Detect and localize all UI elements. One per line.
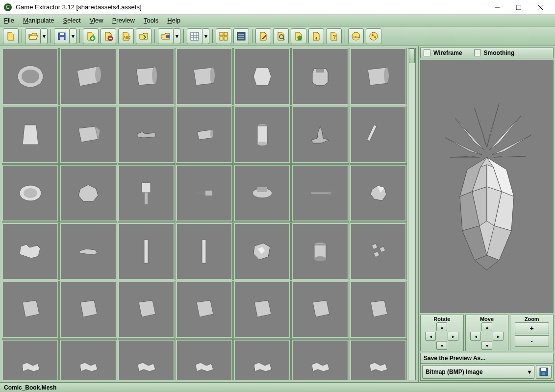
thumbnail-item[interactable] — [2, 165, 58, 221]
thumbnail-item[interactable] — [176, 106, 232, 163]
minimize-button[interactable] — [486, 0, 508, 15]
save-button[interactable] — [54, 28, 70, 44]
rotate-left-button[interactable]: ◂ — [425, 332, 436, 341]
thumbnail-item[interactable] — [2, 281, 58, 338]
scrollbar-thumb[interactable] — [409, 49, 415, 63]
thumbnail-item[interactable] — [234, 165, 290, 221]
view-dropdown[interactable]: ▾ — [202, 28, 209, 44]
add-file-button[interactable] — [83, 28, 99, 44]
help-button[interactable]: ? — [326, 28, 342, 44]
move-right-button[interactable]: ▸ — [493, 332, 504, 341]
menu-help[interactable]: Help — [167, 17, 180, 24]
settings-button[interactable] — [291, 28, 306, 44]
tiles-view-button[interactable] — [216, 28, 231, 44]
menu-preview[interactable]: Preview — [112, 17, 135, 24]
thumbnail-item[interactable] — [118, 281, 175, 338]
remove-file-button[interactable] — [101, 28, 116, 44]
move-left-button[interactable]: ◂ — [470, 332, 481, 341]
thumbnail-item[interactable] — [2, 223, 58, 280]
thumbnail-item[interactable] — [60, 106, 116, 163]
thumbnail-item[interactable] — [60, 48, 116, 105]
thumbnail-item[interactable] — [60, 281, 116, 338]
open-file-button[interactable] — [25, 28, 41, 44]
thumbnail-item[interactable] — [292, 48, 348, 105]
thumbnail-item[interactable] — [234, 281, 290, 338]
thumbnail-item[interactable] — [350, 48, 406, 105]
menu-tools[interactable]: Tools — [144, 17, 158, 24]
thumbnail-item[interactable] — [2, 48, 58, 105]
thumbnail-scrollbar[interactable] — [408, 48, 416, 380]
thumbnail-item[interactable] — [176, 48, 232, 105]
smoothing-checkbox[interactable]: Smoothing — [474, 49, 515, 56]
svg-point-40 — [210, 68, 215, 83]
menu-select[interactable]: Select — [63, 17, 81, 24]
thumbnail-item[interactable] — [292, 223, 348, 280]
rotate-controls: Rotate ▴ ◂▸ ▾ — [420, 315, 464, 351]
wireframe-checkbox[interactable]: Wireframe — [424, 49, 462, 56]
export-dropdown[interactable]: ▾ — [174, 28, 180, 44]
thumbnail-item[interactable] — [350, 281, 406, 338]
abc-tool-button[interactable]: ABC — [348, 28, 364, 44]
thumbnail-item[interactable] — [234, 48, 290, 105]
thumbnail-item[interactable] — [350, 165, 406, 221]
thumbnail-item[interactable] — [176, 165, 232, 221]
rotate-right-button[interactable]: ▸ — [448, 332, 458, 341]
thumbnail-item[interactable] — [234, 106, 290, 163]
save-preview-section: Save the Preview As... Bitmap (BMP) Imag… — [420, 353, 554, 381]
save-preview-button[interactable] — [536, 365, 552, 379]
thumbnail-item[interactable] — [118, 106, 175, 163]
menu-view[interactable]: View — [90, 17, 103, 24]
save-format-select[interactable]: Bitmap (BMP) Image ▾ — [422, 365, 534, 379]
rotate-up-button[interactable]: ▴ — [436, 322, 447, 331]
thumbnail-item[interactable] — [2, 106, 58, 163]
svg-rect-52 — [257, 187, 267, 192]
thumbnail-item[interactable] — [118, 340, 175, 380]
mesh-icon — [248, 62, 277, 91]
table-view-button[interactable] — [187, 28, 202, 44]
custom-tool-button[interactable] — [366, 28, 381, 44]
thumbnail-item[interactable] — [292, 165, 348, 221]
thumbnail-item[interactable] — [292, 106, 348, 163]
thumbnail-item[interactable] — [176, 281, 232, 338]
new-file-button[interactable] — [3, 28, 19, 44]
thumbnail-item[interactable] — [118, 48, 175, 105]
thumbnail-item[interactable] — [350, 106, 406, 163]
thumbnail-item[interactable] — [292, 340, 348, 380]
list-view-button[interactable] — [233, 28, 249, 44]
zoom-in-button[interactable]: + — [515, 322, 549, 334]
move-down-button[interactable]: ▾ — [481, 341, 492, 350]
open-dropdown[interactable]: ▾ — [41, 28, 48, 44]
zoom-out-button[interactable]: - — [515, 335, 549, 347]
move-up-button[interactable]: ▴ — [481, 322, 492, 331]
thumbnail-item[interactable] — [60, 165, 116, 221]
thumbnail-item[interactable] — [176, 223, 232, 280]
search-button[interactable] — [273, 28, 289, 44]
thumbnail-item[interactable] — [2, 340, 58, 380]
thumbnail-item[interactable] — [60, 340, 116, 380]
scripts-button[interactable] — [308, 28, 324, 44]
save-format-label: Bitmap (BMP) Image — [426, 368, 483, 375]
rotate-down-button[interactable]: ▾ — [436, 341, 447, 350]
thumbnail-item[interactable] — [350, 223, 406, 280]
thumbnail-item[interactable] — [234, 340, 290, 380]
separator — [345, 29, 345, 43]
menu-file[interactable]: File — [4, 17, 14, 24]
thumbnail-item[interactable] — [118, 223, 175, 280]
mesh-icon — [250, 120, 275, 149]
maximize-button[interactable] — [508, 0, 530, 15]
export-button[interactable] — [136, 28, 151, 44]
thumbnail-item[interactable] — [60, 223, 116, 280]
thumbnail-item[interactable] — [118, 165, 175, 221]
menu-manipulate[interactable]: Manipulate — [23, 17, 54, 24]
thumbnail-item[interactable] — [234, 223, 290, 280]
save-dropdown[interactable]: ▾ — [70, 28, 76, 44]
thumbnail-item[interactable] — [292, 281, 348, 338]
rename-button[interactable]: ABC — [118, 28, 134, 44]
preview-viewport[interactable] — [420, 60, 554, 313]
close-button[interactable] — [530, 0, 551, 15]
separator — [50, 29, 51, 43]
export-as-button[interactable] — [158, 28, 174, 44]
edit-button[interactable] — [255, 28, 271, 44]
thumbnail-item[interactable] — [350, 340, 406, 380]
thumbnail-item[interactable] — [176, 340, 232, 380]
